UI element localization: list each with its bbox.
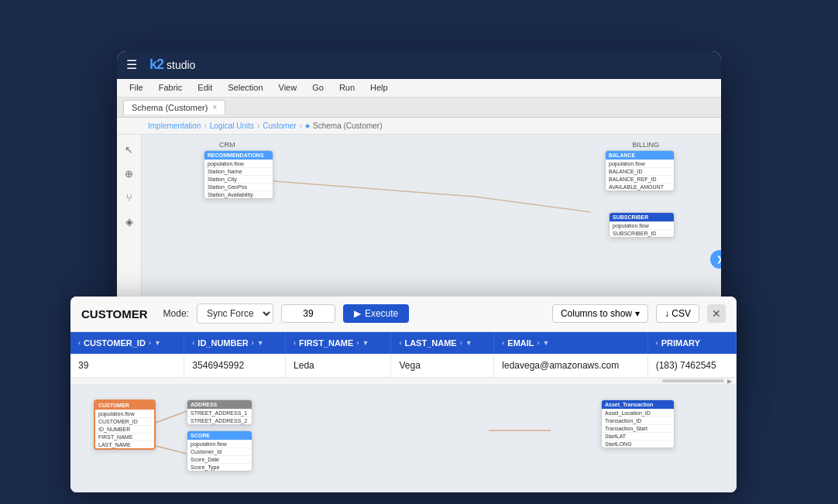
asset-trans-header: Asset_Transaction [602, 400, 674, 409]
execute-label: Execute [365, 308, 398, 319]
table-header-row: ‹ CUSTOMER_ID › ▼ ‹ ID_NUMBER › [70, 332, 737, 354]
menu-file[interactable]: File [123, 81, 149, 94]
tab-bar: Schema (Customer) × [117, 98, 721, 118]
billing-label: BILLING [632, 141, 659, 149]
cell-id-number: 3546945992 [184, 354, 286, 378]
th-label-primary: PRIMARY [661, 338, 700, 348]
score-node[interactable]: SCORE population.flow Customer_Id Score_… [187, 430, 252, 471]
score-field-2: Customer_Id [187, 447, 252, 455]
bottom-canvas: CUSTOMER population.flow CUSTOMER_ID ID_… [70, 384, 737, 492]
panel-toolbar: CUSTOMER Mode: Sync Force Sync Force ▶ E… [70, 297, 737, 332]
svg-line-2 [156, 411, 187, 423]
th-id-number[interactable]: ‹ ID_NUMBER › ▼ [184, 332, 286, 354]
menu-selection[interactable]: Selection [222, 81, 269, 94]
menu-fabric[interactable]: Fabric [153, 81, 189, 94]
sidebar-share-icon[interactable]: ⑂ [123, 189, 136, 207]
cell-customer-id: 39 [70, 354, 184, 378]
crm-label: CRM [219, 141, 235, 149]
panel-title: CUSTOMER [81, 307, 148, 321]
svg-line-0 [273, 181, 475, 197]
columns-chevron-icon: ▾ [635, 308, 640, 319]
rec-field-4: Station_GeoPos [204, 183, 273, 190]
tab-label: Schema (Customer) [132, 103, 208, 112]
th-arrow2-email: › [537, 339, 540, 347]
svg-line-1 [475, 197, 591, 212]
addr-field-1: STREET_ADDRESS_1 [187, 409, 252, 417]
cell-last-name: Vega [391, 354, 494, 378]
cust-field-2: CUSTOMER_ID [95, 417, 154, 425]
breadcrumb-sep1: › [204, 122, 206, 130]
csv-label: ↓ CSV [665, 308, 691, 319]
sidebar-pointer-icon[interactable]: ↖ [122, 141, 136, 159]
th-label-last-name: LAST_NAME [404, 338, 456, 348]
th-email[interactable]: ‹ EMAIL › ▼ [494, 332, 647, 354]
title-bar: ☰ k2 studio [117, 51, 721, 79]
th-arrow2-customer-id: › [149, 339, 151, 347]
app-logo: k2 studio [149, 57, 195, 73]
columns-label: Columns to show [561, 308, 632, 319]
sidebar-search-icon[interactable]: ⊕ [122, 165, 136, 183]
th-arrow-id-number: ‹ [192, 339, 194, 347]
th-filter-first-name[interactable]: ▼ [362, 339, 369, 347]
th-filter-id-number[interactable]: ▼ [257, 339, 264, 347]
th-customer-id[interactable]: ‹ CUSTOMER_ID › ▼ [70, 332, 184, 354]
th-filter-last-name[interactable]: ▼ [465, 339, 472, 347]
breadcrumb-diamond-icon: ◆ [305, 122, 310, 129]
table-row: 39 3546945992 Leda Vega ledavega@amazona… [70, 354, 737, 378]
th-arrow-primary: ‹ [656, 339, 658, 347]
th-primary[interactable]: ‹ PRIMARY [647, 332, 736, 354]
th-arrow-first-name: ‹ [294, 339, 296, 347]
sidebar-flow-icon[interactable]: ◈ [122, 213, 136, 231]
menu-bar: File Fabric Edit Selection View Go Run H… [117, 79, 721, 98]
menu-edit[interactable]: Edit [191, 81, 218, 94]
customer-header-bottom: CUSTOMER [95, 401, 154, 410]
menu-help[interactable]: Help [364, 81, 394, 94]
score-field-3: Score_Date [187, 455, 252, 463]
menu-run[interactable]: Run [333, 81, 361, 94]
subscriber-node[interactable]: SUBSCRIBER population.flow SUBSCRIBER_ID [609, 212, 675, 238]
breadcrumb-implementation[interactable]: Implementation [148, 122, 201, 130]
th-first-name[interactable]: ‹ FIRST_NAME › ▼ [286, 332, 391, 354]
csv-button[interactable]: ↓ CSV [656, 304, 699, 323]
th-label-email: EMAIL [507, 338, 534, 348]
bal-field-2: BALANCE_ID [606, 167, 674, 175]
id-input[interactable] [281, 304, 335, 323]
mode-select[interactable]: Sync Force Sync Force [197, 303, 273, 324]
tab-close-icon[interactable]: × [212, 103, 217, 111]
recommendations-node[interactable]: RECOMMENDATIONS population.flow Station_… [204, 150, 273, 199]
execute-button[interactable]: ▶ Execute [343, 304, 409, 323]
breadcrumb-sep3: › [300, 122, 302, 130]
tab-schema-customer[interactable]: Schema (Customer) × [123, 100, 225, 115]
cell-primary: (183) 7462545 [647, 354, 736, 378]
rec-field-3: Station_City [204, 175, 273, 183]
hamburger-icon[interactable]: ☰ [126, 57, 137, 72]
th-last-name[interactable]: ‹ LAST_NAME › ▼ [391, 332, 494, 354]
nav-arrow-right[interactable]: ❯ [710, 250, 721, 269]
logo-k2: k2 [149, 57, 163, 73]
cell-email: ledavega@amazonaws.com [494, 354, 647, 378]
asset-transaction-node[interactable]: Asset_Transaction Asset_Location_ID Tran… [601, 399, 675, 448]
breadcrumb-logical-units[interactable]: Logical Units [210, 122, 254, 130]
customer-node-bottom[interactable]: CUSTOMER population.flow CUSTOMER_ID ID_… [94, 399, 156, 450]
close-button[interactable]: ✕ [707, 304, 726, 323]
breadcrumb-customer[interactable]: Customer [263, 122, 296, 130]
cust-field-4: FIRST_NAME [95, 433, 154, 441]
cust-field-1: population.flow [95, 410, 154, 417]
th-arrow2-first-name: › [356, 339, 359, 347]
balance-node[interactable]: BALANCE population.flow BALANCE_ID BALAN… [605, 150, 675, 191]
th-filter-email[interactable]: ▼ [543, 339, 550, 347]
addr-field-2: STREET_ADDRESS_2 [187, 417, 252, 424]
balance-header: BALANCE [606, 151, 674, 159]
scroll-bar[interactable]: ▶ [70, 378, 737, 384]
menu-view[interactable]: View [273, 81, 304, 94]
logo-studio: studio [167, 59, 195, 71]
columns-button[interactable]: Columns to show ▾ [552, 304, 648, 323]
asset-field-2: Transaction_ID [602, 417, 674, 424]
menu-go[interactable]: Go [306, 81, 330, 94]
data-panel: CUSTOMER Mode: Sync Force Sync Force ▶ E… [70, 297, 737, 492]
bal-field-3: BALANCE_REF_ID [606, 175, 674, 183]
th-arrow2-last-name: › [460, 339, 462, 347]
th-filter-customer-id[interactable]: ▼ [154, 339, 161, 347]
th-arrow2-id-number: › [252, 339, 254, 347]
address-node[interactable]: ADDRESS STREET_ADDRESS_1 STREET_ADDRESS_… [187, 399, 252, 425]
